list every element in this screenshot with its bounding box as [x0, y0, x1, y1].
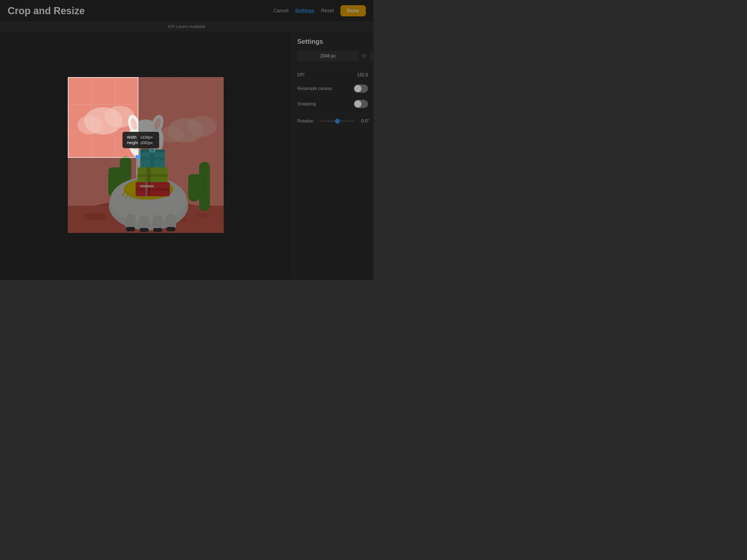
rotation-row: Rotation 0.0°	[297, 119, 368, 124]
width-input[interactable]	[297, 51, 358, 61]
rotation-slider[interactable]	[319, 121, 355, 122]
main-content: ✦ ✦ ✦	[0, 31, 374, 279]
snapping-toggle[interactable]	[354, 100, 368, 108]
layers-count: 670 Layers Available	[168, 24, 206, 29]
link-icon[interactable]	[361, 52, 367, 60]
settings-title: Settings	[297, 38, 368, 45]
done-button[interactable]: Done	[340, 5, 366, 17]
tooltip-height-value: 1082px	[140, 140, 155, 146]
rotation-label: Rotation	[297, 119, 316, 124]
settings-button[interactable]: Settings	[295, 8, 314, 14]
snapping-label: Snapping	[297, 101, 316, 106]
height-input[interactable]	[369, 51, 374, 61]
crop-tooltip: Width 1436px Height 1082px	[123, 132, 159, 148]
canvas-area[interactable]: ✦ ✦ ✦	[0, 31, 291, 279]
tooltip-width-value: 1436px	[140, 134, 155, 140]
resample-label: Resample canvas	[297, 86, 332, 91]
settings-panel: Settings DPI 132.0 Resample canvas S	[291, 31, 374, 279]
layers-bar: 670 Layers Available	[0, 22, 374, 31]
tooltip-width-label: Width	[127, 134, 140, 140]
cancel-button[interactable]: Cancel	[273, 8, 288, 14]
snapping-row: Snapping	[297, 99, 368, 109]
dpi-label: DPI	[297, 73, 305, 77]
header: Crop and Resize Cancel Settings Reset Do…	[0, 0, 374, 22]
tooltip-height-label: Height	[127, 140, 140, 146]
dpi-row: DPI 132.0	[297, 71, 368, 78]
page-title: Crop and Resize	[8, 5, 85, 17]
reset-button[interactable]: Reset	[321, 8, 334, 14]
crop-overlay: Width 1436px Height 1082px	[68, 77, 224, 233]
image-container: ✦ ✦ ✦	[68, 77, 224, 233]
dimension-row	[297, 51, 368, 61]
header-actions: Cancel Settings Reset Done	[273, 5, 366, 17]
dpi-value: 132.0	[357, 73, 368, 77]
resample-toggle[interactable]	[354, 84, 368, 93]
rotation-value: 0.0°	[358, 119, 369, 124]
crop-handle-br[interactable]	[136, 155, 139, 159]
resample-row: Resample canvas	[297, 83, 368, 94]
